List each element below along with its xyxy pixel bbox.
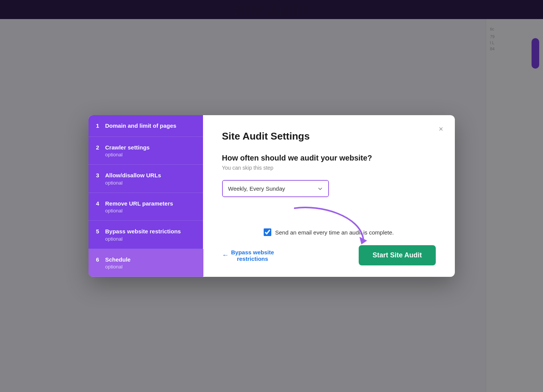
email-checkbox[interactable] [264,228,271,236]
back-button[interactable]: ← Bypass website restrictions [222,249,274,262]
sidebar-item-6-content: Schedule optional [105,256,131,270]
section-title: How often should we audit your website? [222,154,436,162]
modal-dialog: 1 Domain and limit of pages 2 Crawler se… [89,115,455,277]
sidebar-item-2[interactable]: 2 Crawler settings optional [89,137,203,165]
sidebar-item-1[interactable]: 1 Domain and limit of pages [89,115,203,137]
email-label[interactable]: Send an email every time an audit is com… [275,229,394,236]
sidebar-item-4[interactable]: 4 Remove URL parameters optional [89,193,203,221]
sidebar-item-4-title: Remove URL parameters [105,200,173,207]
svg-marker-0 [359,237,367,244]
schedule-dropdown[interactable]: Daily Weekly, Every Sunday Monthly Never [223,181,328,196]
sidebar-item-3-subtitle: optional [105,180,161,186]
sidebar-item-2-subtitle: optional [105,152,150,157]
sidebar-item-3-title: Allow/disallow URLs [105,172,161,179]
sidebar-item-4-number: 4 [96,200,105,207]
sidebar-item-1-title: Domain and limit of pages [105,122,177,130]
sidebar-item-6-title: Schedule [105,256,131,263]
modal-sidebar: 1 Domain and limit of pages 2 Crawler se… [89,115,203,277]
sidebar-item-4-content: Remove URL parameters optional [105,200,173,214]
modal-main-content: × Site Audit Settings How often should w… [203,115,455,277]
sidebar-item-2-content: Crawler settings optional [105,144,150,158]
sidebar-item-5-number: 5 [96,228,105,235]
sidebar-item-1-content: Domain and limit of pages [105,122,177,130]
email-checkbox-row: Send an email every time an audit is com… [264,228,394,236]
footer-nav: ← Bypass website restrictions Start Site… [222,245,436,265]
start-site-audit-button[interactable]: Start Site Audit [359,245,435,265]
sidebar-item-5-title: Bypass website restrictions [105,228,181,235]
back-arrow-icon: ← [222,251,229,259]
sidebar-item-5[interactable]: 5 Bypass website restrictions optional [89,221,203,249]
sidebar-item-4-subtitle: optional [105,208,173,214]
sidebar-item-6-subtitle: optional [105,264,131,270]
sidebar-item-5-subtitle: optional [105,236,181,242]
section-subtitle: You can skip this step [222,165,436,171]
sidebar-item-6-number: 6 [96,256,105,263]
back-button-label: Bypass website restrictions [231,249,274,262]
sidebar-item-1-number: 1 [96,122,105,129]
sidebar-item-3-number: 3 [96,172,105,178]
schedule-dropdown-wrapper: Daily Weekly, Every Sunday Monthly Never [222,180,329,197]
modal-footer: Send an email every time an audit is com… [222,221,436,265]
modal-overlay: 1 Domain and limit of pages 2 Crawler se… [0,0,543,392]
modal-title: Site Audit Settings [222,130,436,142]
sidebar-item-3-content: Allow/disallow URLs optional [105,172,161,186]
arrow-decoration [291,204,367,246]
sidebar-item-3[interactable]: 3 Allow/disallow URLs optional [89,165,203,193]
sidebar-item-2-number: 2 [96,144,105,151]
sidebar-item-2-title: Crawler settings [105,144,150,151]
close-button[interactable]: × [435,123,447,135]
close-icon: × [439,125,443,133]
start-button-container: Start Site Audit [359,245,435,265]
sidebar-item-5-content: Bypass website restrictions optional [105,228,181,242]
sidebar-item-6[interactable]: 6 Schedule optional [89,249,203,277]
